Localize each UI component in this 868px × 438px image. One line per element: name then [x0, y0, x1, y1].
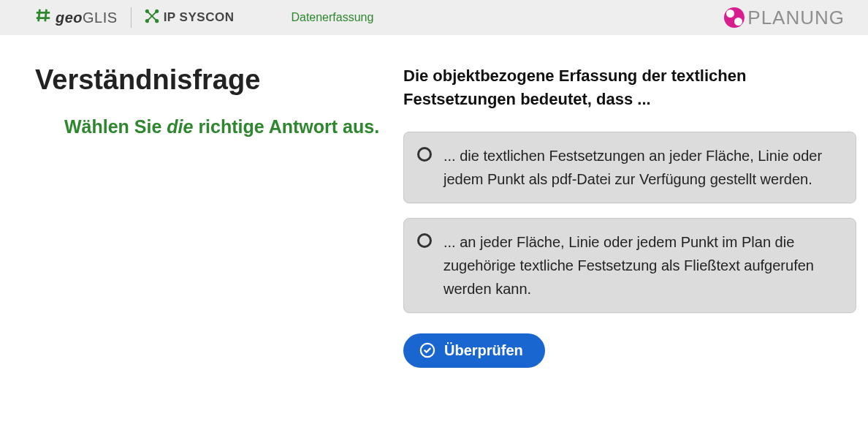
answer-option-1[interactable]: ... die textlichen Festsetzungen an jede… [403, 132, 856, 203]
header-divider [131, 7, 132, 28]
svg-point-1 [156, 10, 158, 12]
left-column: Verständnisfrage Wählen Sie die richtige… [35, 64, 380, 368]
app-header: geoGLIS IP SYSCON Datenerfassung PLANUNG [0, 0, 868, 35]
logo-geoglis: geoGLIS [35, 7, 118, 28]
svg-point-3 [156, 20, 158, 22]
radio-icon [417, 233, 432, 248]
logo-xplanung: PLANUNG [724, 7, 845, 29]
answer-option-2[interactable]: ... an jeder Fläche, Linie oder jedem Pu… [403, 218, 856, 313]
right-column: Die objektbezogene Erfassung der textlic… [403, 64, 856, 368]
question-text: Die objektbezogene Erfassung der textlic… [403, 64, 856, 111]
check-circle-icon [419, 342, 435, 358]
svg-point-2 [145, 10, 148, 12]
answer-option-2-text: ... an jeder Fläche, Linie oder jedem Pu… [443, 230, 841, 301]
submit-button[interactable]: Überprüfen [403, 333, 545, 368]
logo-xplanung-text: PLANUNG [747, 7, 845, 29]
main-content: Verständnisfrage Wählen Sie die richtige… [0, 35, 868, 368]
network-icon [145, 9, 159, 27]
radio-icon [417, 147, 432, 162]
answer-option-1-text: ... die textlichen Festsetzungen an jede… [443, 144, 841, 191]
svg-point-0 [145, 20, 148, 22]
page-title: Verständnisfrage [35, 64, 380, 96]
submit-button-label: Überprüfen [444, 342, 523, 359]
logo-ipsyscon: IP SYSCON [145, 9, 235, 27]
hash-icon [35, 7, 51, 28]
logo-ipsyscon-text: IP SYSCON [164, 10, 235, 25]
logo-geoglis-text: geoGLIS [56, 10, 118, 26]
xplanung-icon [724, 7, 745, 28]
instruction-text: Wählen Sie die richtige Antwort aus. [35, 113, 380, 141]
nav-datenerfassung[interactable]: Datenerfassung [291, 11, 373, 24]
